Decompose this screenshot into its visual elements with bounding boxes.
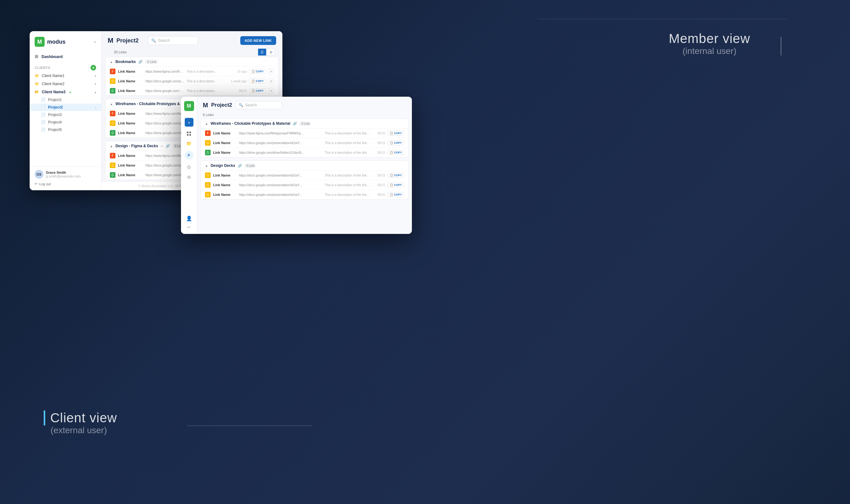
sidebar-client-1[interactable]: 📁 Client Name1 ▾ [30,72,101,80]
client-copy-button[interactable]: 📋 COPY [388,173,404,178]
list-view-button[interactable]: ☰ [258,49,266,55]
client-main-content: M Project2 🔍 Search 6 Links ▲ Wireframes… [197,97,412,234]
client-link-url: https://www.figma.com/file/qiysvsp4TMNKK… [239,132,322,135]
client-sidebar-grid-icon[interactable] [187,132,191,136]
link-chain-icon-3: 🔗 [166,144,170,148]
client-design-count: 3 Link [245,164,256,168]
member-links-count: 25 Links [108,49,133,55]
edit-icon-2[interactable]: ✏ [161,144,163,148]
folder-icon-3: 📂 [35,90,39,94]
client-view-subtitle: (external user) [44,426,117,435]
figma-icon: F [205,130,211,136]
client-link-date: 08/15 [374,132,385,135]
sidebar-client-2-label: Client Name2 [42,82,65,86]
link-name: Link Name [118,70,143,73]
member-add-new-button[interactable]: ADD NEW LINK [240,36,276,45]
client-chevron-design[interactable]: ▲ [205,164,208,167]
gdoc-icon: G [205,182,211,188]
member-main-header: M Project2 🔍 Search ADD NEW LINK [102,31,282,48]
grid-view-button[interactable]: ⊞ [267,49,275,55]
section-chevron-bookmarks[interactable]: ▲ [110,60,113,64]
client-copy-button[interactable]: 📋 COPY [388,182,404,187]
figma-icon: F [110,69,116,74]
client-copy-button[interactable]: 📋 COPY [388,192,404,197]
client-link-date: 08/15 [374,174,385,177]
delete-button[interactable]: ✕ [268,69,274,74]
member-section-bookmarks: ▲ Bookmarks 🔗 3 Link F Link Name https:/… [105,57,279,96]
logo-icon: M [35,37,45,47]
link-url: https://docs.google.com/presentation/d/1… [145,79,184,83]
client-logout-icon[interactable]: ↩ [187,224,191,230]
sidebar-add-client-button[interactable]: + [90,65,96,71]
client-link-desc: This is a description of the link... [325,151,372,155]
folder-icon-2: 📁 [35,82,39,86]
sidebar-project-5[interactable]: 📄 Project5 [30,126,101,133]
client-link-name: Link Name [213,141,236,145]
client-link-name: Link Name [213,151,236,155]
client-project-title: Project2 [211,102,232,108]
sidebar-item-dashboard[interactable]: ⊞ Dashboard [30,51,101,62]
chevron-down-icon-1: ▾ [94,74,96,78]
expand-icon: » [188,120,190,125]
member-link-row: D Link Name https://drive.google.com/dri… [105,86,278,95]
member-view-title: Member view [669,31,750,46]
sidebar-project-1-label: Project1 [48,97,62,102]
gdoc-icon: G [110,78,116,84]
client-chevron-wireframes[interactable]: ▲ [205,122,208,125]
client-window: M » 📁 P O N 👤 ↩ M Project2 🔍 Search 6 Li… [181,97,412,234]
client-header: M Project2 🔍 Search [197,97,412,112]
client-user-icon: 👤 [186,216,192,221]
sidebar-client-3[interactable]: 📂 Client Name3 ● ▴ [30,88,101,96]
client-link-chain-icon-2: 🔗 [238,164,242,168]
client-wireframes-title: Wireframes - Clickable Prototypes & Mate… [211,121,290,126]
client-sidebar-folder-icon[interactable]: 📁 [186,141,192,146]
copy-button[interactable]: 📋 COPY [249,69,266,74]
member-search-bar[interactable]: 🔍 Search [148,36,198,45]
delete-button[interactable]: ✕ [268,78,274,84]
client-link-url: https://docs.google.com/presentation/d/1… [239,174,322,177]
copy-button[interactable]: 📋 COPY [249,88,266,93]
gdoc-icon: G [205,140,211,146]
delete-button[interactable]: ✕ [268,88,274,93]
section-chevron-design[interactable]: ▲ [110,144,113,148]
client-view-label: Client view (external user) [44,411,117,435]
sidebar-collapse-button[interactable]: « [94,39,96,44]
client-link-url: https://drive.google.com/drive/folders/1… [239,151,322,155]
sidebar-project-1[interactable]: 📄 Project1 [30,96,101,104]
section-chevron-wireframes[interactable]: ▲ [110,102,113,106]
drive-icon: D [110,172,116,178]
client-link-row: G Link Name https://docs.google.com/pres… [201,180,408,190]
link-desc: This is a description... [187,89,227,93]
member-link-row: F Link Name https://www.figma.com/file/q… [105,67,278,76]
client-link-url: https://docs.google.com/presentation/d/1… [239,193,322,197]
sidebar-project-2[interactable]: 📄 Project2 › [30,104,101,111]
sidebar-client-2[interactable]: 📁 Client Name2 ▾ [30,80,101,88]
client-link-desc: This is a description of the link... [325,193,372,197]
sidebar-client-3-label: Client Name3 [42,90,66,94]
copy-button[interactable]: 📋 COPY [249,78,266,84]
client-copy-button[interactable]: 📋 COPY [388,131,404,136]
logout-icon: ↩ [35,182,37,186]
client-link-name: Link Name [213,193,236,197]
logo-text: modus [47,39,66,45]
link-time: 2h ago [230,70,247,73]
client-sidebar-expand-button[interactable]: » [185,118,193,127]
sidebar-project-4[interactable]: 📄 Project4 [30,119,101,126]
client-sidebar-n-badge: N [187,175,190,180]
sidebar-project-2-label: Project2 [48,105,63,109]
sidebar-user: GS Grace Smith g.smith@example.com [35,170,96,179]
gdoc-icon: G [110,162,116,168]
client-copy-button[interactable]: 📋 COPY [388,140,404,145]
sidebar-logout-button[interactable]: ↩ Log out [35,181,96,187]
link-name: Link Name [118,89,143,93]
client-search-bar[interactable]: 🔍 Search [235,101,282,109]
drive-icon: D [110,130,116,136]
client-link-date: 08/15 [374,183,385,187]
client-link-date: 08/15 [374,141,385,145]
link-time: 1 week ago [230,79,247,83]
client-copy-button[interactable]: 📋 COPY [388,150,404,155]
sidebar-project-3[interactable]: 📄 Project3 [30,111,101,119]
client-sidebar: M » 📁 P O N 👤 ↩ [181,97,197,234]
client-link-name: Link Name [213,183,236,187]
drive-icon: D [110,88,116,93]
